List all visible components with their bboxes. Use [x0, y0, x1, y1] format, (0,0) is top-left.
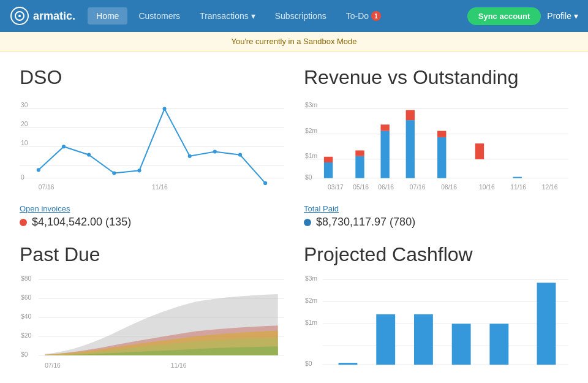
nav-customers[interactable]: Customers: [130, 7, 189, 25]
pastdue-section: Past Due $80 $60 $40 $20 $0 07/16: [20, 243, 284, 383]
svg-text:$1m: $1m: [305, 153, 317, 159]
svg-text:$0: $0: [305, 360, 312, 367]
svg-text:06/16: 06/16: [378, 184, 394, 191]
dso-dot: [20, 219, 27, 226]
svg-rect-42: [355, 156, 364, 178]
svg-text:$60: $60: [21, 294, 31, 301]
svg-text:$1m: $1m: [305, 319, 317, 326]
svg-text:$3m: $3m: [305, 102, 317, 109]
chevron-down-icon: ▾: [251, 11, 255, 21]
revenue-stat: Total Paid $8,730,117.97 (780): [304, 204, 568, 229]
svg-text:$2m: $2m: [305, 127, 317, 134]
chevron-down-icon: ▾: [574, 11, 578, 21]
svg-rect-40: [324, 162, 333, 178]
pastdue-chart: $80 $60 $40 $20 $0 07/16 11/16: [20, 273, 284, 383]
nav-right: Sync account Profile ▾: [467, 7, 578, 25]
todo-badge: 1: [371, 11, 381, 21]
revenue-title: Revenue vs Outstanding: [304, 66, 568, 89]
svg-text:$3m: $3m: [305, 275, 317, 282]
svg-point-23: [263, 181, 267, 185]
svg-text:12/16: 12/16: [542, 184, 558, 191]
svg-rect-43: [355, 150, 364, 156]
svg-text:$2m: $2m: [305, 297, 317, 304]
svg-rect-76: [452, 324, 471, 365]
svg-point-22: [238, 153, 242, 157]
svg-text:0: 0: [21, 174, 24, 181]
svg-text:$20: $20: [21, 332, 31, 339]
svg-text:$80: $80: [21, 275, 31, 282]
svg-text:07/16: 07/16: [39, 184, 55, 191]
cashflow-chart: $3m $2m $1m $0: [304, 273, 568, 383]
svg-text:30: 30: [21, 102, 28, 109]
svg-rect-49: [437, 131, 446, 137]
dso-stat: Open invoices $4,104,542.00 (135): [20, 204, 284, 229]
svg-text:$0: $0: [305, 174, 312, 181]
svg-text:11/16: 11/16: [171, 362, 187, 369]
dso-section: DSO 30 20 10 0 07/16 11/16: [20, 66, 284, 238]
svg-text:10/16: 10/16: [479, 184, 495, 191]
svg-point-20: [188, 154, 192, 158]
svg-point-2: [18, 15, 21, 17]
svg-point-21: [213, 150, 217, 153]
revenue-stat-value: $8,730,117.97 (780): [304, 216, 568, 229]
svg-rect-50: [475, 143, 484, 159]
svg-text:08/16: 08/16: [441, 184, 457, 191]
sync-account-button[interactable]: Sync account: [467, 7, 541, 25]
svg-rect-44: [380, 131, 389, 178]
svg-rect-73: [339, 363, 358, 365]
svg-text:07/16: 07/16: [410, 184, 426, 191]
cashflow-title: Projected Cashflow: [304, 243, 568, 266]
svg-text:$40: $40: [21, 313, 31, 320]
nav-subscriptions[interactable]: Subscriptions: [266, 7, 335, 25]
svg-text:05/16: 05/16: [353, 184, 369, 191]
svg-rect-45: [380, 124, 389, 131]
dso-title: DSO: [20, 66, 284, 89]
navbar: armatic. Home Customers Transactions ▾ S…: [0, 0, 588, 32]
nav-items: Home Customers Transactions ▾ Subscripti…: [88, 7, 467, 25]
revenue-dot: [304, 219, 311, 226]
nav-home[interactable]: Home: [88, 7, 127, 25]
dso-stat-value: $4,104,542.00 (135): [20, 216, 284, 229]
total-paid-link[interactable]: Total Paid: [304, 204, 568, 213]
nav-transactions[interactable]: Transactions ▾: [191, 7, 264, 25]
svg-rect-51: [513, 177, 521, 178]
svg-point-14: [37, 168, 40, 172]
open-invoices-link[interactable]: Open invoices: [20, 204, 284, 213]
pastdue-title: Past Due: [20, 243, 284, 266]
profile-menu[interactable]: Profile ▾: [547, 11, 578, 21]
dso-chart: 30 20 10 0 07/16 11/16: [20, 96, 284, 194]
svg-rect-46: [406, 120, 415, 178]
svg-text:03/17: 03/17: [328, 184, 344, 191]
svg-text:11/16: 11/16: [152, 184, 168, 191]
svg-text:20: 20: [21, 121, 28, 127]
cashflow-section: Projected Cashflow $3m $2m $1m $0: [304, 243, 568, 383]
svg-rect-41: [324, 157, 333, 162]
svg-text:07/16: 07/16: [45, 362, 61, 369]
svg-point-17: [112, 171, 116, 175]
svg-point-18: [137, 169, 141, 172]
svg-rect-47: [406, 110, 415, 120]
revenue-section: Revenue vs Outstanding $3m $2m $1m $0 03…: [304, 66, 568, 238]
main-content: DSO 30 20 10 0 07/16 11/16: [0, 51, 588, 383]
svg-rect-74: [376, 314, 395, 365]
nav-todo[interactable]: To-Do 1: [337, 7, 390, 25]
svg-point-15: [62, 145, 66, 148]
logo[interactable]: armatic.: [10, 6, 75, 26]
svg-rect-78: [537, 283, 556, 365]
logo-text: armatic.: [33, 10, 75, 23]
svg-point-16: [87, 153, 91, 157]
svg-rect-77: [489, 324, 508, 365]
svg-text:$0: $0: [21, 351, 28, 358]
dashboard-grid: DSO 30 20 10 0 07/16 11/16: [20, 66, 568, 383]
svg-rect-48: [437, 137, 446, 178]
revenue-chart: $3m $2m $1m $0 03/17 05/16 06/16 07/16 0…: [304, 96, 568, 194]
svg-point-19: [162, 107, 166, 110]
svg-text:10: 10: [21, 140, 28, 146]
sandbox-banner: You're currently in a Sandbox Mode: [0, 32, 588, 51]
svg-text:11/16: 11/16: [510, 184, 526, 191]
svg-rect-75: [414, 314, 433, 365]
